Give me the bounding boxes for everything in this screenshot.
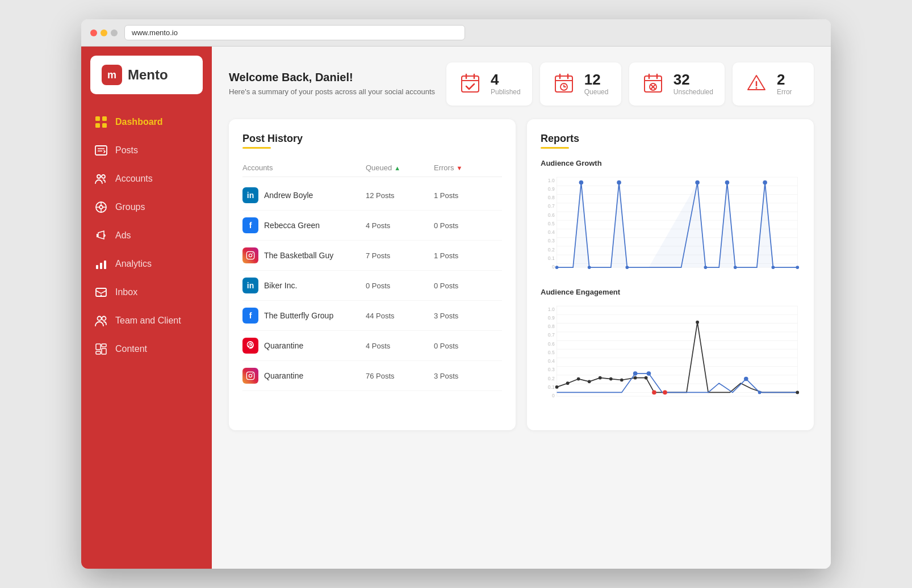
svg-point-47 xyxy=(252,253,253,254)
svg-rect-17 xyxy=(104,261,106,269)
sidebar-item-team-client[interactable]: Team and Client xyxy=(81,306,212,335)
sidebar-item-inbox[interactable]: Inbox xyxy=(81,278,212,306)
sidebar-item-groups[interactable]: Groups xyxy=(81,193,212,221)
svg-text:0.4: 0.4 xyxy=(548,358,555,364)
sidebar-item-label-accounts: Accounts xyxy=(115,174,153,184)
instagram-icon xyxy=(242,247,258,263)
maximize-dot[interactable] xyxy=(111,30,118,36)
stat-info-published: 4 Published xyxy=(491,72,521,96)
errors-cell: 1 Posts xyxy=(434,191,502,200)
svg-text:0.9: 0.9 xyxy=(548,315,555,321)
sidebar-item-label-groups: Groups xyxy=(115,202,145,212)
svg-point-81 xyxy=(734,266,737,269)
app-container: m Mento Dashboard xyxy=(81,47,831,569)
svg-text:0.4: 0.4 xyxy=(548,229,555,235)
stat-card-unscheduled[interactable]: 32 Unscheduled xyxy=(629,62,725,106)
linkedin-icon: in xyxy=(242,278,258,293)
audience-engagement-chart: Audience Engagement 1.0 0.9 0.8 0.7 0.6 … xyxy=(541,288,800,405)
errors-cell: 0 Posts xyxy=(434,221,502,230)
svg-point-79 xyxy=(704,266,708,269)
errors-cell: 0 Posts xyxy=(434,282,502,290)
stat-label-error: Error xyxy=(777,88,792,96)
logo-icon: m xyxy=(102,65,122,85)
welcome-subtitle: Here's a summary of your posts across al… xyxy=(229,86,435,98)
svg-point-116 xyxy=(577,377,580,381)
svg-marker-73 xyxy=(557,183,798,267)
svg-point-113 xyxy=(758,391,762,394)
table-row: f Rebecca Green 4 Posts 0 Posts xyxy=(242,211,502,241)
linkedin-icon: in xyxy=(242,187,258,203)
facebook-icon: f xyxy=(242,308,258,324)
svg-point-117 xyxy=(588,380,591,384)
stat-info-unscheduled: 32 Unscheduled xyxy=(673,72,713,96)
svg-point-46 xyxy=(249,254,252,257)
sidebar-item-label-inbox: Inbox xyxy=(115,287,137,297)
svg-point-22 xyxy=(102,317,106,321)
svg-rect-27 xyxy=(462,76,479,92)
browser-window: www.mento.io m Mento xyxy=(81,19,831,569)
svg-point-21 xyxy=(98,317,102,321)
close-dot[interactable] xyxy=(90,30,97,36)
col-queued[interactable]: Queued ▲ xyxy=(366,163,434,172)
svg-text:1.0: 1.0 xyxy=(548,306,555,312)
main-content: Welcome Back, Daniel! Here's a summary o… xyxy=(212,47,831,569)
svg-rect-4 xyxy=(95,146,107,155)
svg-point-115 xyxy=(566,381,570,385)
svg-point-49 xyxy=(249,374,252,377)
svg-rect-45 xyxy=(246,251,254,259)
svg-point-50 xyxy=(252,373,253,375)
svg-point-83 xyxy=(772,266,775,269)
logo-area: m Mento xyxy=(90,56,203,94)
audience-engagement-title: Audience Engagement xyxy=(541,288,800,296)
address-bar[interactable]: www.mento.io xyxy=(124,25,465,40)
svg-rect-1 xyxy=(102,116,107,121)
stat-card-error[interactable]: 2 Error xyxy=(733,62,814,106)
stat-card-published[interactable]: 4 Published xyxy=(446,62,532,106)
svg-text:0.5: 0.5 xyxy=(548,350,555,355)
svg-text:0.5: 0.5 xyxy=(548,221,555,226)
sidebar-item-dashboard[interactable]: Dashboard xyxy=(81,108,212,136)
svg-rect-36 xyxy=(645,76,662,92)
errors-cell: 3 Posts xyxy=(434,372,502,380)
sidebar-item-accounts[interactable]: Accounts xyxy=(81,165,212,193)
stat-number-error: 2 xyxy=(777,72,792,87)
sidebar-item-posts[interactable]: Posts xyxy=(81,136,212,165)
svg-point-76 xyxy=(617,180,621,185)
svg-rect-16 xyxy=(100,263,102,269)
queued-cell: 0 Posts xyxy=(366,282,434,290)
sidebar-item-label-ads: Ads xyxy=(115,230,131,241)
facebook-icon: f xyxy=(242,217,258,233)
svg-text:0.6: 0.6 xyxy=(548,341,555,347)
svg-point-44 xyxy=(755,87,757,89)
posts-icon xyxy=(95,144,107,157)
sidebar-item-label-content: Content xyxy=(115,344,147,354)
table-row: Quarantine 4 Posts 0 Posts xyxy=(242,331,502,361)
sidebar-item-analytics[interactable]: Analytics xyxy=(81,250,212,278)
stat-label-queued: Queued xyxy=(584,88,609,96)
svg-text:0.3: 0.3 xyxy=(548,367,555,372)
sidebar-item-ads[interactable]: Ads xyxy=(81,221,212,250)
account-cell: in Andrew Boyle xyxy=(242,187,366,203)
sort-down-icon: ▼ xyxy=(456,165,462,171)
engagement-chart-svg: 1.0 0.9 0.8 0.7 0.6 0.5 0.4 0.3 0.2 0.1 … xyxy=(541,301,800,403)
svg-text:0.8: 0.8 xyxy=(548,195,555,200)
svg-point-112 xyxy=(744,377,748,381)
table-row: in Andrew Boyle 12 Posts 1 Posts xyxy=(242,180,502,211)
minimize-dot[interactable] xyxy=(101,30,107,36)
queued-cell: 12 Posts xyxy=(366,191,434,200)
account-cell: f The Butterfly Group xyxy=(242,308,366,324)
svg-point-78 xyxy=(695,180,700,185)
sidebar-item-content[interactable]: Content xyxy=(81,335,212,363)
stat-label-unscheduled: Unscheduled xyxy=(673,88,713,96)
team-icon xyxy=(95,314,107,327)
welcome-title: Welcome Back, Daniel! xyxy=(229,71,435,84)
stat-card-queued[interactable]: 12 Queued xyxy=(540,62,621,106)
col-errors[interactable]: Errors ▼ xyxy=(434,163,502,172)
inbox-icon xyxy=(95,286,107,299)
sidebar-nav: Dashboard Posts xyxy=(81,103,212,569)
svg-text:0: 0 xyxy=(552,264,555,270)
audience-growth-chart: Audience Growth 1.0 0.9 0.8 xyxy=(541,159,800,276)
svg-text:0.2: 0.2 xyxy=(548,376,555,381)
accounts-icon xyxy=(95,173,107,185)
queued-icon xyxy=(551,72,576,96)
